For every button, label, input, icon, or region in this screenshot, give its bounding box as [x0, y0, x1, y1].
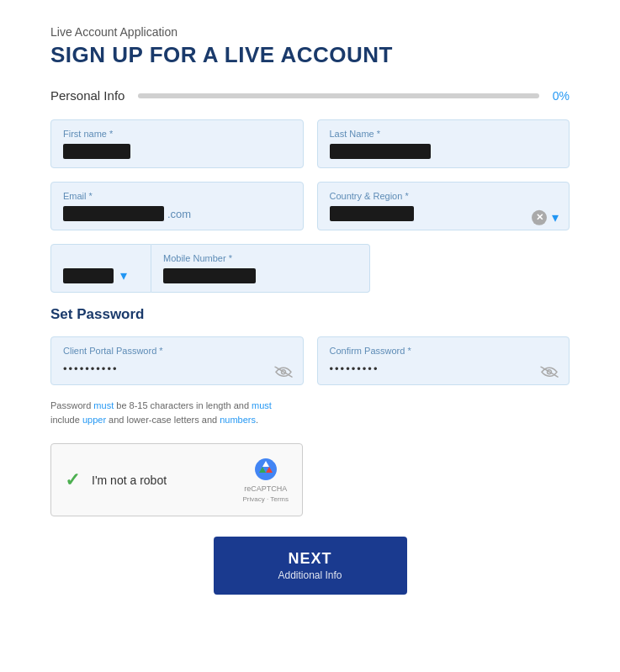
first-name-field[interactable]: First name *	[50, 119, 304, 168]
last-name-field[interactable]: Last Name *	[317, 119, 570, 168]
mobile-number-value	[163, 268, 256, 283]
progress-percent: 0%	[553, 89, 570, 103]
client-password-dots: ••••••••••	[63, 362, 119, 375]
set-password-title: Set Password	[50, 306, 570, 323]
captcha-box[interactable]: ✓ I'm not a robot reCAPTCHAPrivacy · Ter…	[50, 443, 303, 516]
chevron-down-icon[interactable]: ▾	[552, 209, 559, 225]
page-subtitle: Live Account Application	[50, 25, 570, 39]
last-name-value	[330, 144, 431, 159]
email-country-row: Email * .com Country & Region * ✕ ▾	[50, 182, 570, 230]
recaptcha-logo: reCAPTCHAPrivacy · Terms	[242, 456, 289, 504]
email-field[interactable]: Email * .com	[50, 182, 304, 230]
captcha-checkmark: ✓	[65, 469, 80, 491]
mobile-number-field[interactable]: Mobile Number *	[151, 244, 370, 293]
confirm-password-label: Confirm Password *	[330, 346, 558, 356]
first-name-label: First name *	[63, 129, 291, 139]
progress-section: Personal Info 0%	[50, 88, 570, 103]
mobile-number-label: Mobile Number *	[163, 253, 358, 263]
country-value	[330, 206, 414, 221]
prefix-value	[63, 268, 114, 283]
email-suffix: .com	[167, 208, 191, 220]
name-row: First name * Last Name *	[50, 119, 570, 168]
password-hint: Password must be 8-15 characters in leng…	[50, 399, 336, 426]
clear-country-icon[interactable]: ✕	[532, 209, 547, 225]
toggle-password-icon[interactable]	[274, 364, 293, 382]
confirm-password-dots: •••••••••	[330, 362, 379, 375]
email-label: Email *	[63, 191, 291, 201]
section-label: Personal Info	[50, 88, 125, 103]
confirm-password-field[interactable]: Confirm Password * •••••••••	[317, 336, 570, 385]
recaptcha-icon	[252, 456, 279, 483]
page-title: SIGN UP FOR A LIVE ACCOUNT	[50, 42, 570, 68]
recaptcha-text: reCAPTCHAPrivacy · Terms	[242, 484, 289, 504]
country-field[interactable]: Country & Region * ✕ ▾	[317, 182, 570, 230]
email-value	[63, 206, 164, 221]
mobile-prefix-field[interactable]: ▾	[50, 244, 151, 293]
next-button-main-label: NEXT	[231, 550, 390, 568]
next-button[interactable]: NEXT Additional Info	[214, 537, 407, 595]
client-password-label: Client Portal Password *	[63, 346, 291, 356]
password-row: Client Portal Password * •••••••••• Conf…	[50, 336, 570, 385]
last-name-label: Last Name *	[330, 129, 558, 139]
toggle-confirm-password-icon[interactable]	[540, 364, 559, 382]
mobile-row: ▾ Mobile Number *	[50, 244, 370, 293]
prefix-dropdown-icon[interactable]: ▾	[120, 267, 127, 283]
captcha-label: I'm not a robot	[92, 474, 242, 487]
country-label: Country & Region *	[330, 191, 558, 201]
next-button-sub-label: Additional Info	[231, 569, 390, 581]
first-name-value	[63, 144, 130, 159]
client-password-field[interactable]: Client Portal Password * ••••••••••	[50, 336, 304, 385]
progress-bar	[138, 93, 538, 98]
next-button-container: NEXT Additional Info	[50, 537, 570, 595]
